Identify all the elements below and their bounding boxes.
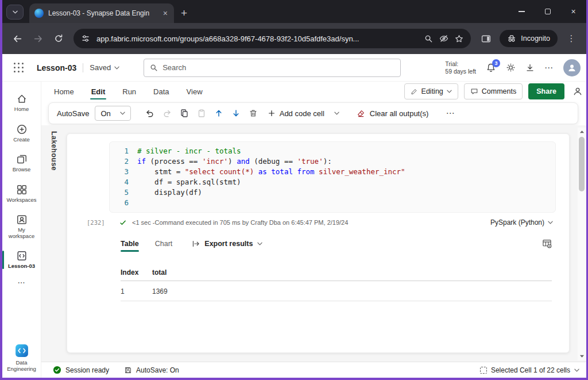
tab-data[interactable]: Data [153,82,169,101]
sidebar-item-home[interactable]: Home [2,89,41,117]
table-settings-icon [542,239,552,248]
toolbar-more-button[interactable]: ⋯ [446,108,455,118]
triangle-down-icon [579,355,585,358]
tab-run[interactable]: Run [122,82,136,101]
minimize-icon [519,11,525,12]
browser-menu-button[interactable]: ⋮ [562,29,581,48]
line-number: 6 [110,198,129,208]
code-line[interactable]: # silver - incr - totals [137,146,555,156]
undo-button[interactable] [141,105,158,122]
search-input[interactable] [163,63,394,72]
account-avatar[interactable] [563,59,581,76]
browse-icon [16,153,28,165]
code-lines[interactable]: # silver - incr - totalsif (process == '… [137,146,555,208]
output-tab-chart[interactable]: Chart [155,240,173,252]
sidebar-item-workspaces[interactable]: Workspaces [2,179,41,208]
clear-all-outputs-button[interactable]: Clear all output(s) [357,109,429,118]
autosave-status[interactable]: AutoSave: On [124,366,179,374]
download-button[interactable] [525,63,535,72]
search-icon[interactable] [424,34,433,43]
trash-icon [249,109,258,118]
split-screen-button[interactable] [477,29,495,48]
tab-edit[interactable]: Edit [91,82,106,101]
notebook-page: 123456 # silver - incr - totalsif (proce… [67,133,570,353]
sidebar-item-data-engineering[interactable]: Data Engineering [2,340,41,378]
new-tab-button[interactable]: + [181,9,187,18]
move-cell-up-button[interactable] [210,105,227,122]
scrollbar-thumb[interactable] [579,137,585,191]
workspaces-icon [16,184,28,195]
paste-button[interactable] [193,105,210,122]
column-header: total [152,268,552,277]
cell-selection-status[interactable]: Selected Cell 1 of 22 cells [480,366,579,374]
output-tab-table[interactable]: Table [121,240,139,252]
line-number: 4 [110,177,129,187]
url-text[interactable]: app.fabric.microsoft.com/groups/a668a328… [96,34,418,43]
vertical-scrollbar[interactable] [578,128,586,360]
incognito-badge[interactable]: Incognito [500,30,558,47]
more-vertical-icon: ⋮ [567,33,576,44]
comments-button[interactable]: Comments [464,83,523,99]
header-more-button[interactable]: ⋯ [544,63,554,73]
sidebar-more-button[interactable]: ⋯ [2,276,41,289]
add-code-cell-button[interactable]: Add code cell [268,109,339,118]
column-header: Index [121,268,152,277]
site-settings-icon[interactable] [81,34,90,43]
autosave-toggle-dropdown[interactable]: On [95,106,130,121]
sidebar-item-create[interactable]: Create [2,119,41,148]
sidebar-item-browse[interactable]: Browse [2,149,41,178]
scroll-up-button[interactable] [579,128,585,136]
code-line[interactable]: if (process == 'incr') and (debug == 'tr… [137,156,555,167]
tab-favicon-icon [34,9,44,18]
code-line[interactable] [137,198,555,208]
back-button[interactable] [8,29,26,48]
code-cell[interactable]: 123456 # silver - incr - totalsif (proce… [109,141,556,213]
copy-button[interactable] [176,105,193,122]
tracking-prevention-eye-icon[interactable] [439,34,448,43]
redo-button[interactable] [158,105,176,122]
move-cell-down-button[interactable] [227,105,245,122]
table-cell: 1369 [152,287,552,295]
editing-mode-dropdown[interactable]: Editing [404,83,458,99]
scrollbar-track[interactable] [578,136,586,352]
browser-navbar: app.fabric.microsoft.com/groups/a668a328… [2,23,586,54]
address-bar[interactable]: app.fabric.microsoft.com/groups/a668a328… [74,29,471,48]
window-maximize-button[interactable] [535,0,560,23]
tab-actions-button[interactable] [6,5,24,20]
forward-button[interactable] [29,29,47,48]
save-status-dropdown[interactable]: Saved [90,63,119,72]
refresh-button[interactable] [49,29,68,48]
browser-tab[interactable]: Lesson-03 - Synapse Data Engin × [29,3,174,23]
tab-view[interactable]: View [187,82,203,101]
code-line[interactable]: display(df) [137,187,555,198]
tab-title: Lesson-03 - Synapse Data Engin [48,9,157,17]
table-settings-button[interactable] [542,239,552,252]
export-results-dropdown[interactable]: Export results [192,240,262,252]
window-close-button[interactable]: × [560,0,586,23]
presence-button[interactable] [572,86,583,97]
lakehouse-pane-label[interactable]: Lakehouse [50,131,58,171]
data-engineering-icon [15,344,29,358]
tab-home[interactable]: Home [54,82,74,101]
global-search[interactable] [144,59,401,77]
tab-close-icon[interactable]: × [162,9,169,17]
scroll-down-button[interactable] [579,352,585,360]
kernel-selector[interactable]: PySpark (Python) [490,218,553,227]
line-number: 1 [110,146,129,156]
notifications-button[interactable]: 3 [486,63,496,73]
notebook-canvas: Lakehouse 123456 # silver - incr - total… [41,125,586,362]
code-line[interactable]: stmt = "select count(*) as total from si… [137,167,555,177]
code-line[interactable]: df = spark.sql(stmt) [137,177,555,187]
browser-window: Lesson-03 - Synapse Data Engin × + × app… [0,0,588,380]
settings-button[interactable] [506,63,516,72]
browser-titlebar: Lesson-03 - Synapse Data Engin × + × [2,0,586,23]
sidebar-item-lesson-03[interactable]: Lesson-03 [2,245,41,274]
favorites-star-icon[interactable] [455,34,463,43]
chevron-down-icon [257,242,262,245]
sidebar-item-my-workspace[interactable]: My workspace [2,209,41,244]
delete-cell-button[interactable] [245,105,262,122]
window-minimize-button[interactable] [509,0,535,23]
share-button[interactable]: Share [528,83,564,99]
app-launcher-icon[interactable] [14,63,24,73]
undo-icon [145,109,154,118]
